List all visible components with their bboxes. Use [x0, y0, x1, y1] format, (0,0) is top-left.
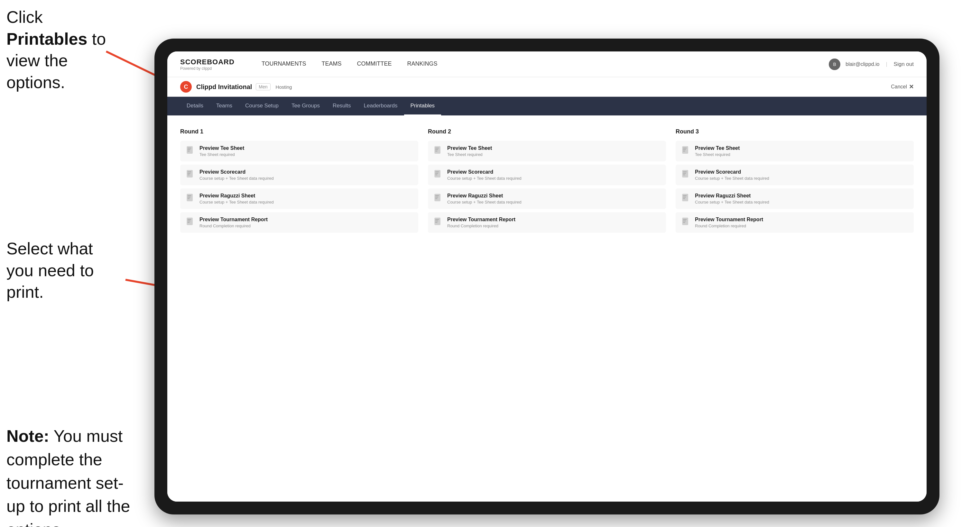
svg-rect-13 — [188, 195, 191, 196]
cancel-button[interactable]: Cancel ✕ — [891, 83, 914, 90]
sign-out-link[interactable]: Sign out — [894, 61, 914, 68]
round-1-tournament-report[interactable]: Preview Tournament Report Round Completi… — [180, 212, 418, 233]
svg-rect-18 — [188, 221, 191, 221]
document-icon — [434, 194, 443, 205]
round-1-scorecard[interactable]: Preview Scorecard Course setup + Tee She… — [180, 165, 418, 185]
main-nav: TOURNAMENTS TEAMS COMMITTEE RANKINGS — [254, 51, 829, 77]
svg-rect-9 — [188, 171, 191, 172]
nav-rankings[interactable]: RANKINGS — [399, 51, 445, 77]
tablet-screen: SCOREBOARD Powered by clippd TOURNAMENTS… — [167, 51, 927, 502]
item-title: Preview Tee Sheet — [199, 145, 244, 151]
close-icon: ✕ — [909, 83, 914, 90]
tournament-logo: C — [180, 81, 192, 93]
rounds-grid: Round 1 Preview Tee Sheet — [180, 128, 914, 236]
tournament-badge: Men — [256, 83, 270, 90]
tablet-device: SCOREBOARD Powered by clippd TOURNAMENTS… — [154, 38, 939, 514]
tab-details[interactable]: Details — [180, 97, 210, 116]
round-2-raguzzi[interactable]: Preview Raguzzi Sheet Course setup + Tee… — [428, 189, 666, 209]
svg-rect-42 — [683, 173, 686, 174]
document-icon — [681, 170, 690, 181]
round-1-section: Round 1 Preview Tee Sheet — [180, 128, 418, 236]
item-subtitle: Round Completion required — [199, 224, 268, 228]
tournament-header: C Clippd Invitational Men Hosting Cancel… — [167, 77, 927, 97]
svg-rect-51 — [683, 222, 685, 223]
svg-rect-38 — [683, 149, 686, 150]
tab-tee-groups[interactable]: Tee Groups — [285, 97, 326, 116]
tab-course-setup[interactable]: Course Setup — [239, 97, 285, 116]
item-subtitle: Tee Sheet required — [447, 152, 492, 157]
round-2-tee-sheet[interactable]: Preview Tee Sheet Tee Sheet required — [428, 141, 666, 162]
nav-committee[interactable]: COMMITTEE — [349, 51, 399, 77]
brand-sub: Powered by clippd — [180, 66, 235, 71]
svg-rect-17 — [188, 219, 191, 220]
round-3-tee-sheet[interactable]: Preview Tee Sheet Tee Sheet required — [676, 141, 914, 162]
svg-rect-10 — [188, 173, 191, 174]
item-subtitle: Tee Sheet required — [199, 152, 244, 157]
svg-rect-7 — [188, 151, 190, 151]
svg-rect-46 — [683, 197, 686, 197]
user-avatar: B — [829, 59, 840, 70]
divider: | — [886, 62, 887, 67]
brand: SCOREBOARD Powered by clippd — [180, 58, 235, 71]
document-icon — [434, 146, 443, 157]
svg-rect-26 — [435, 173, 438, 174]
round-3-tournament-report[interactable]: Preview Tournament Report Round Completi… — [676, 212, 914, 233]
round-2-tournament-report[interactable]: Preview Tournament Report Round Completi… — [428, 212, 666, 233]
top-right: B blair@clippd.io | Sign out — [829, 59, 914, 70]
item-title: Preview Raguzzi Sheet — [695, 193, 769, 199]
item-subtitle: Course setup + Tee Sheet data required — [199, 200, 274, 205]
round-3-title: Round 3 — [676, 128, 914, 135]
item-title: Preview Tournament Report — [199, 217, 268, 222]
svg-rect-44 — [682, 194, 688, 201]
svg-rect-45 — [683, 195, 687, 196]
nav-tournaments[interactable]: TOURNAMENTS — [254, 51, 314, 77]
item-subtitle: Course setup + Tee Sheet data required — [695, 200, 769, 205]
item-subtitle: Tee Sheet required — [695, 152, 740, 157]
sub-nav: Details Teams Course Setup Tee Groups Re… — [167, 97, 927, 116]
tab-leaderboards[interactable]: Leaderboards — [358, 97, 404, 116]
item-subtitle: Course setup + Tee Sheet data required — [695, 176, 769, 181]
document-icon — [186, 217, 195, 228]
annotation-middle: Select what you need to print. — [6, 238, 122, 303]
item-title: Preview Scorecard — [695, 169, 769, 175]
tab-teams[interactable]: Teams — [210, 97, 239, 116]
svg-rect-6 — [188, 149, 191, 150]
round-3-raguzzi[interactable]: Preview Raguzzi Sheet Course setup + Tee… — [676, 189, 914, 209]
item-subtitle: Course setup + Tee Sheet data required — [447, 176, 522, 181]
document-icon — [186, 194, 195, 205]
svg-rect-40 — [682, 170, 688, 178]
svg-rect-12 — [187, 194, 193, 201]
document-icon — [681, 217, 690, 228]
svg-rect-19 — [188, 222, 190, 223]
round-3-scorecard[interactable]: Preview Scorecard Course setup + Tee She… — [676, 165, 914, 185]
round-1-raguzzi[interactable]: Preview Raguzzi Sheet Course setup + Tee… — [180, 189, 418, 209]
item-title: Preview Raguzzi Sheet — [447, 193, 522, 199]
document-icon — [681, 194, 690, 205]
item-title: Preview Scorecard — [447, 169, 522, 175]
svg-rect-24 — [434, 170, 441, 178]
svg-rect-15 — [188, 198, 190, 199]
round-2-scorecard[interactable]: Preview Scorecard Course setup + Tee She… — [428, 165, 666, 185]
svg-rect-16 — [187, 217, 193, 225]
top-nav: SCOREBOARD Powered by clippd TOURNAMENTS… — [167, 51, 927, 77]
tournament-status: Hosting — [276, 84, 292, 90]
tournament-name: Clippd Invitational — [196, 83, 252, 90]
item-title: Preview Raguzzi Sheet — [199, 193, 274, 199]
item-title: Preview Tournament Report — [447, 217, 515, 222]
document-icon — [434, 170, 443, 181]
svg-rect-11 — [188, 175, 190, 175]
tab-results[interactable]: Results — [326, 97, 358, 116]
round-2-section: Round 2 Preview Tee Sheet — [428, 128, 666, 236]
annotation-top: Click Printables to view the options. — [6, 6, 122, 93]
nav-teams[interactable]: TEAMS — [314, 51, 349, 77]
tab-printables[interactable]: Printables — [404, 97, 441, 116]
svg-rect-22 — [435, 149, 438, 150]
item-title: Preview Scorecard — [199, 169, 274, 175]
brand-title: SCOREBOARD — [180, 58, 235, 66]
user-email: blair@clippd.io — [845, 62, 879, 67]
svg-rect-43 — [683, 175, 685, 175]
round-1-tee-sheet[interactable]: Preview Tee Sheet Tee Sheet required — [180, 141, 418, 162]
document-icon — [186, 170, 195, 181]
round-2-title: Round 2 — [428, 128, 666, 135]
svg-rect-37 — [683, 148, 687, 148]
